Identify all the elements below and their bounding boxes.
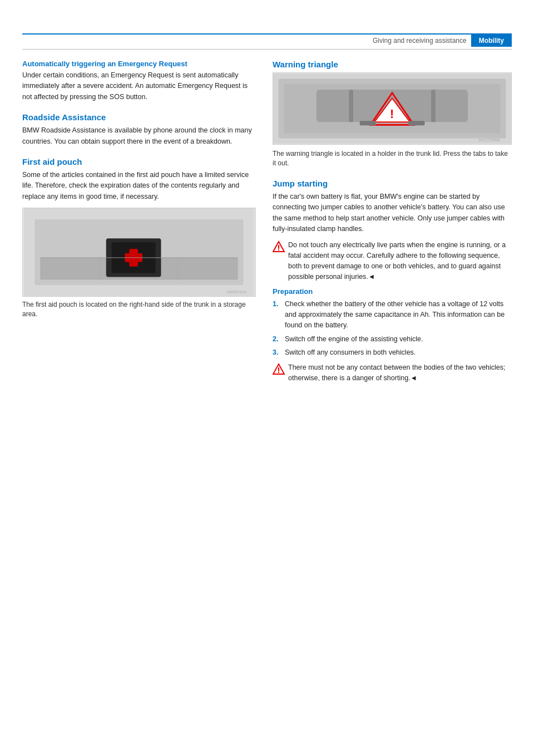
header-underline [22, 49, 512, 50]
jump-starting-body: If the car's own battery is flat, your B… [273, 192, 512, 235]
jump-starting-section: Jump starting If the car's own battery i… [273, 179, 512, 384]
preparation-list: 1. Check whether the battery of the othe… [273, 299, 512, 358]
first-aid-heading: First aid pouch [22, 157, 256, 166]
svg-rect-19 [431, 90, 436, 122]
warning-block-1: Do not touch any electrically live parts… [273, 240, 512, 282]
svg-rect-27 [278, 367, 279, 371]
svg-rect-18 [349, 90, 353, 122]
first-aid-body: Some of the articles contained in the fi… [22, 170, 256, 202]
warning-icon-2 [273, 363, 285, 375]
auto-emergency-heading: Automatically triggering an Emergency Re… [22, 60, 256, 68]
auto-emergency-section: Automatically triggering an Emergency Re… [22, 60, 256, 102]
svg-rect-28 [278, 372, 279, 373]
svg-rect-25 [278, 249, 279, 251]
list-item-1-text: Check whether the battery of the other v… [285, 299, 512, 330]
list-item-3-text: Switch off any consumers in both vehicle… [285, 347, 416, 358]
roadside-body: BMW Roadside Assistance is available by … [22, 125, 256, 147]
roadside-heading: Roadside Assistance [22, 112, 256, 122]
list-item: 3. Switch off any consumers in both vehi… [273, 347, 512, 358]
svg-rect-20 [360, 121, 376, 125]
svg-text:NYC73454: NYC73454 [479, 138, 501, 143]
warning-block-2: There must not be any contact between th… [273, 362, 512, 384]
preparation-section: Preparation 1. Check whether the battery… [273, 287, 512, 383]
list-item: 1. Check whether the battery of the othe… [273, 299, 512, 330]
roadside-section: Roadside Assistance BMW Roadside Assista… [22, 112, 256, 147]
svg-text:00057224: 00057224 [227, 289, 247, 294]
header-mobility-badge: Mobility [471, 35, 512, 47]
warning-triangle-section: Warning triangle ! [273, 60, 512, 169]
first-aid-section: First aid pouch Some of the articles con… [22, 157, 256, 320]
right-column: Warning triangle ! [273, 60, 512, 394]
header-bar: Giving and receiving assistance Mobility [22, 33, 512, 49]
warning-triangle-heading: Warning triangle [273, 60, 512, 69]
svg-rect-21 [408, 121, 424, 125]
warning-text-1: Do not touch any electrically live parts… [288, 240, 512, 282]
first-aid-image: 00057224 [22, 208, 256, 297]
svg-rect-24 [278, 245, 279, 249]
list-num-3: 3. [273, 347, 281, 358]
header-section-label: Giving and receiving assistance [22, 37, 471, 45]
page-wrapper: Giving and receiving assistance Mobility… [0, 33, 534, 756]
list-item: 2. Switch off the engine of the assistin… [273, 334, 512, 345]
list-item-2-text: Switch off the engine of the assisting v… [285, 334, 423, 345]
first-aid-caption: The first aid pouch is located on the ri… [22, 300, 256, 320]
warning-triangle-image: ! NYC73454 [273, 72, 512, 145]
content-area: Automatically triggering an Emergency Re… [22, 60, 512, 394]
preparation-heading: Preparation [273, 287, 512, 296]
svg-text:!: ! [390, 107, 394, 121]
warning-text-2: There must not be any contact between th… [288, 362, 512, 384]
list-num-2: 2. [273, 334, 281, 345]
list-num-1: 1. [273, 299, 281, 330]
warning-triangle-caption: The warning triangle is located in a hol… [273, 149, 512, 169]
jump-starting-heading: Jump starting [273, 179, 512, 188]
warning-icon-1 [273, 240, 285, 253]
auto-emergency-body: Under certain conditions, an Emergency R… [22, 70, 256, 102]
left-column: Automatically triggering an Emergency Re… [22, 60, 256, 394]
